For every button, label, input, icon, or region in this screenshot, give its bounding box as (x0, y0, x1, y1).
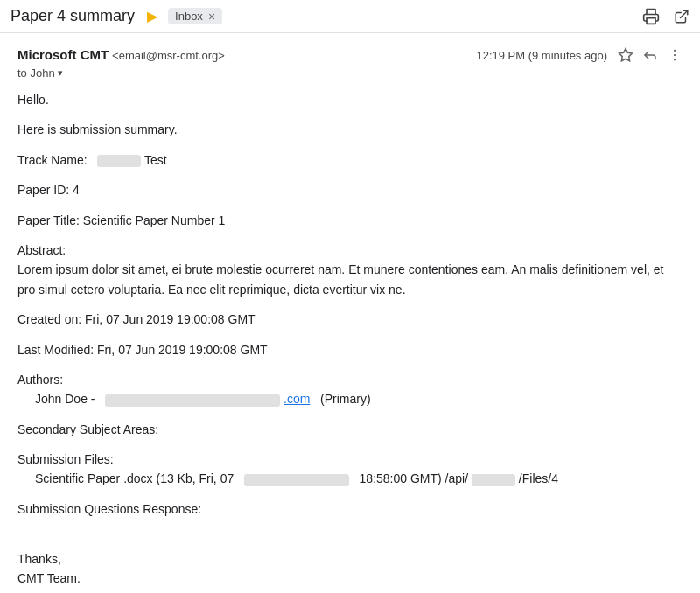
abstract-section: Abstract: Lorem ipsum dolor sit amet, ei… (18, 241, 682, 299)
secondary-subject: Secondary Subject Areas: (18, 420, 682, 439)
author-email-redacted (105, 394, 280, 407)
track-label: Track Name: (18, 153, 88, 167)
svg-point-5 (674, 59, 676, 60)
author-email-link[interactable]: .com (284, 392, 310, 406)
svg-point-3 (674, 50, 676, 52)
email-timestamp: 12:19 PM (9 minutes ago) (476, 49, 607, 62)
thanks: Thanks, (18, 552, 61, 566)
paper-title: Paper Title: Scientific Paper Number 1 (18, 211, 682, 230)
intro: Here is submission summary. (18, 120, 682, 139)
arrow-icon: ▶ (147, 8, 158, 24)
greeting: Hello. (18, 90, 682, 109)
track-value: Test (144, 153, 167, 167)
header-actions (642, 8, 690, 25)
track-redacted (97, 155, 141, 167)
svg-rect-0 (647, 17, 655, 24)
more-options-button[interactable] (667, 47, 682, 63)
submission-files-label: Submission Files: (18, 450, 682, 469)
to-line: to John ▾ (18, 66, 682, 80)
reply-button[interactable] (642, 47, 658, 63)
timestamp-actions: 12:19 PM (9 minutes ago) (476, 47, 682, 63)
close-inbox-tag-button[interactable]: × (208, 10, 215, 23)
file-date-redacted (244, 474, 349, 486)
file-name: Scientific Paper .docx (13 Kb, Fri, 07 (35, 471, 234, 485)
sender-info: Microsoft CMT <email@msr-cmt.org> (18, 47, 225, 62)
to-label: to John (18, 66, 55, 80)
authors-label: Authors: (18, 370, 682, 389)
author-name: John Doe - (35, 392, 94, 406)
inbox-badge: Inbox × (168, 8, 222, 24)
created-on: Created on: Fri, 07 Jun 2019 19:00:08 GM… (18, 310, 682, 329)
email-body: Hello. Here is submission summary. Track… (18, 90, 682, 588)
last-modified: Last Modified: Fri, 07 Jun 2019 19:00:08… (18, 340, 682, 359)
track-name-line: Track Name: Test (18, 150, 682, 170)
file-path: 18:58:00 GMT) /api/ (360, 471, 469, 485)
thanks-line: Thanks, CMT Team. (18, 549, 682, 589)
paper-id: Paper ID: 4 (18, 180, 682, 199)
file-api-redacted (472, 474, 515, 486)
header-bar: Paper 4 summary ▶ Inbox × (0, 0, 700, 33)
svg-marker-2 (620, 49, 633, 61)
author-primary: (Primary) (320, 392, 371, 406)
sender-email: <email@msr-cmt.org> (112, 49, 225, 62)
team: CMT Team. (18, 571, 80, 585)
action-icons (618, 47, 682, 63)
file-suffix: /Files/4 (519, 471, 558, 485)
abstract-text: Lorem ipsum dolor sit amet, ei brute mol… (18, 260, 682, 299)
popout-button[interactable] (674, 9, 690, 24)
email-subject-title: Paper 4 summary (10, 7, 135, 25)
star-button[interactable] (618, 47, 634, 63)
sender-row: Microsoft CMT <email@msr-cmt.org> 12:19 … (18, 47, 682, 63)
print-button[interactable] (642, 8, 660, 25)
submission-files-section: Submission Files: Scientific Paper .docx… (18, 450, 682, 489)
file-entry: Scientific Paper .docx (13 Kb, Fri, 07 1… (18, 469, 682, 488)
svg-point-4 (674, 54, 676, 56)
sender-name-line: Microsoft CMT <email@msr-cmt.org> (18, 47, 225, 62)
sender-name: Microsoft CMT (18, 47, 108, 62)
to-dropdown-icon[interactable]: ▾ (58, 67, 63, 79)
authors-section: Authors: John Doe - .com (Primary) (18, 370, 682, 409)
submission-questions: Submission Questions Response: (18, 499, 682, 519)
inbox-label: Inbox (175, 10, 203, 23)
abstract-label: Abstract: (18, 241, 682, 260)
email-container: Microsoft CMT <email@msr-cmt.org> 12:19 … (0, 33, 700, 593)
svg-line-1 (681, 10, 688, 17)
author-entry: John Doe - .com (Primary) (18, 389, 682, 408)
